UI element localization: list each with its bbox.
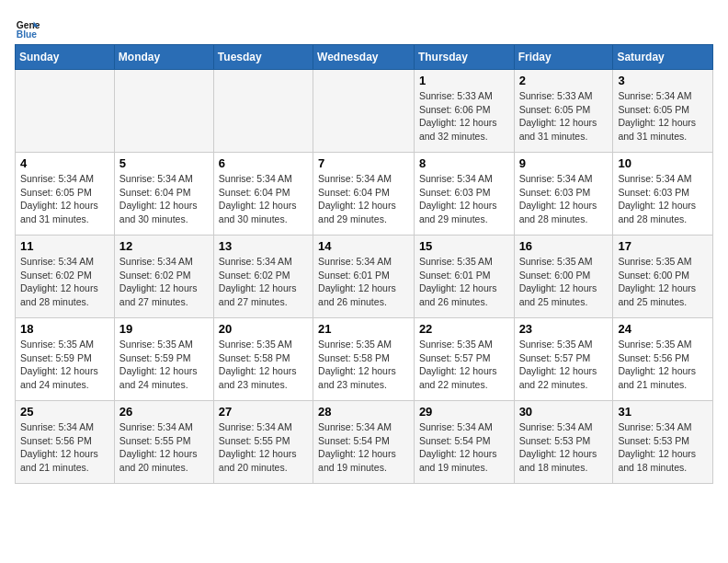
- day-cell: 17Sunrise: 5:35 AM Sunset: 6:00 PM Dayli…: [613, 236, 713, 318]
- logo-icon: General Blue: [15, 15, 40, 40]
- day-info: Sunrise: 5:35 AM Sunset: 5:57 PM Dayligh…: [519, 338, 609, 392]
- day-info: Sunrise: 5:34 AM Sunset: 5:55 PM Dayligh…: [119, 420, 209, 475]
- day-cell: 6Sunrise: 5:34 AM Sunset: 6:04 PM Daylig…: [213, 153, 313, 236]
- day-number: 29: [419, 405, 509, 419]
- day-cell: 3Sunrise: 5:34 AM Sunset: 6:05 PM Daylig…: [613, 70, 713, 153]
- day-info: Sunrise: 5:34 AM Sunset: 5:53 PM Dayligh…: [519, 420, 609, 475]
- day-number: 17: [618, 239, 708, 253]
- weekday-header-row: SundayMondayTuesdayWednesdayThursdayFrid…: [16, 45, 713, 70]
- day-info: Sunrise: 5:35 AM Sunset: 5:58 PM Dayligh…: [318, 338, 409, 392]
- day-info: Sunrise: 5:34 AM Sunset: 5:56 PM Dayligh…: [20, 420, 109, 475]
- weekday-header-sunday: Sunday: [16, 45, 115, 70]
- day-number: 22: [419, 322, 509, 336]
- day-cell: 14Sunrise: 5:34 AM Sunset: 6:01 PM Dayli…: [313, 236, 415, 318]
- day-info: Sunrise: 5:35 AM Sunset: 5:59 PM Dayligh…: [20, 338, 109, 392]
- day-info: Sunrise: 5:35 AM Sunset: 5:59 PM Dayligh…: [119, 338, 209, 392]
- week-row-2: 4Sunrise: 5:34 AM Sunset: 6:05 PM Daylig…: [16, 153, 713, 236]
- day-info: Sunrise: 5:33 AM Sunset: 6:05 PM Dayligh…: [519, 89, 609, 144]
- day-cell: 19Sunrise: 5:35 AM Sunset: 5:59 PM Dayli…: [114, 318, 213, 401]
- day-cell: 8Sunrise: 5:34 AM Sunset: 6:03 PM Daylig…: [414, 153, 514, 236]
- day-cell: 12Sunrise: 5:34 AM Sunset: 6:02 PM Dayli…: [114, 236, 213, 318]
- day-cell: 11Sunrise: 5:34 AM Sunset: 6:02 PM Dayli…: [16, 236, 115, 318]
- week-row-5: 25Sunrise: 5:34 AM Sunset: 5:56 PM Dayli…: [16, 401, 713, 484]
- day-number: 11: [20, 239, 109, 253]
- calendar-table: SundayMondayTuesdayWednesdayThursdayFrid…: [15, 44, 713, 484]
- day-info: Sunrise: 5:34 AM Sunset: 6:03 PM Dayligh…: [519, 172, 609, 226]
- day-number: 18: [20, 322, 109, 336]
- day-number: 25: [20, 405, 109, 419]
- day-number: 7: [318, 156, 409, 170]
- day-number: 16: [519, 239, 609, 253]
- day-cell: 26Sunrise: 5:34 AM Sunset: 5:55 PM Dayli…: [114, 401, 213, 484]
- day-info: Sunrise: 5:35 AM Sunset: 6:00 PM Dayligh…: [519, 255, 609, 309]
- day-number: 31: [618, 405, 708, 419]
- day-number: 27: [219, 405, 308, 419]
- day-number: 5: [119, 156, 209, 170]
- day-number: 4: [20, 156, 109, 170]
- day-number: 8: [419, 156, 509, 170]
- day-number: 3: [618, 74, 708, 87]
- day-number: 14: [318, 239, 409, 253]
- day-cell: 27Sunrise: 5:34 AM Sunset: 5:55 PM Dayli…: [213, 401, 313, 484]
- day-number: 20: [219, 322, 308, 336]
- day-cell: 31Sunrise: 5:34 AM Sunset: 5:53 PM Dayli…: [613, 401, 713, 484]
- day-cell: [313, 70, 415, 153]
- day-cell: 30Sunrise: 5:34 AM Sunset: 5:53 PM Dayli…: [514, 401, 613, 484]
- day-info: Sunrise: 5:34 AM Sunset: 6:04 PM Dayligh…: [119, 172, 209, 226]
- day-cell: 24Sunrise: 5:35 AM Sunset: 5:56 PM Dayli…: [613, 318, 713, 401]
- day-number: 30: [519, 405, 609, 419]
- day-info: Sunrise: 5:35 AM Sunset: 6:01 PM Dayligh…: [419, 255, 509, 309]
- weekday-header-tuesday: Tuesday: [213, 45, 313, 70]
- day-number: 1: [419, 74, 509, 87]
- day-cell: 7Sunrise: 5:34 AM Sunset: 6:04 PM Daylig…: [313, 153, 415, 236]
- day-info: Sunrise: 5:34 AM Sunset: 5:53 PM Dayligh…: [618, 420, 708, 475]
- day-info: Sunrise: 5:35 AM Sunset: 5:56 PM Dayligh…: [618, 338, 708, 392]
- day-cell: [213, 70, 313, 153]
- day-cell: 9Sunrise: 5:34 AM Sunset: 6:03 PM Daylig…: [514, 153, 613, 236]
- page-header: General Blue: [15, 15, 713, 40]
- day-info: Sunrise: 5:34 AM Sunset: 6:02 PM Dayligh…: [219, 255, 308, 309]
- weekday-header-saturday: Saturday: [613, 45, 713, 70]
- day-number: 9: [519, 156, 609, 170]
- day-cell: 18Sunrise: 5:35 AM Sunset: 5:59 PM Dayli…: [16, 318, 115, 401]
- weekday-header-thursday: Thursday: [414, 45, 514, 70]
- day-number: 15: [419, 239, 509, 253]
- day-cell: 25Sunrise: 5:34 AM Sunset: 5:56 PM Dayli…: [16, 401, 115, 484]
- day-cell: 16Sunrise: 5:35 AM Sunset: 6:00 PM Dayli…: [514, 236, 613, 318]
- day-cell: 5Sunrise: 5:34 AM Sunset: 6:04 PM Daylig…: [114, 153, 213, 236]
- day-info: Sunrise: 5:34 AM Sunset: 6:05 PM Dayligh…: [20, 172, 109, 226]
- day-cell: 1Sunrise: 5:33 AM Sunset: 6:06 PM Daylig…: [414, 70, 514, 153]
- day-number: 28: [318, 405, 409, 419]
- day-cell: 21Sunrise: 5:35 AM Sunset: 5:58 PM Dayli…: [313, 318, 415, 401]
- svg-text:Blue: Blue: [17, 29, 38, 40]
- day-info: Sunrise: 5:34 AM Sunset: 5:55 PM Dayligh…: [219, 420, 308, 475]
- day-info: Sunrise: 5:34 AM Sunset: 6:01 PM Dayligh…: [318, 255, 409, 309]
- day-number: 12: [119, 239, 209, 253]
- day-number: 10: [618, 156, 708, 170]
- day-cell: 23Sunrise: 5:35 AM Sunset: 5:57 PM Dayli…: [514, 318, 613, 401]
- day-cell: [16, 70, 115, 153]
- day-number: 26: [119, 405, 209, 419]
- day-info: Sunrise: 5:34 AM Sunset: 6:04 PM Dayligh…: [219, 172, 308, 226]
- week-row-4: 18Sunrise: 5:35 AM Sunset: 5:59 PM Dayli…: [16, 318, 713, 401]
- day-cell: 13Sunrise: 5:34 AM Sunset: 6:02 PM Dayli…: [213, 236, 313, 318]
- week-row-3: 11Sunrise: 5:34 AM Sunset: 6:02 PM Dayli…: [16, 236, 713, 318]
- weekday-header-friday: Friday: [514, 45, 613, 70]
- day-number: 24: [618, 322, 708, 336]
- day-info: Sunrise: 5:34 AM Sunset: 6:03 PM Dayligh…: [419, 172, 509, 226]
- day-cell: 29Sunrise: 5:34 AM Sunset: 5:54 PM Dayli…: [414, 401, 514, 484]
- day-number: 19: [119, 322, 209, 336]
- day-number: 2: [519, 74, 609, 87]
- day-cell: 28Sunrise: 5:34 AM Sunset: 5:54 PM Dayli…: [313, 401, 415, 484]
- day-cell: 2Sunrise: 5:33 AM Sunset: 6:05 PM Daylig…: [514, 70, 613, 153]
- day-number: 6: [219, 156, 308, 170]
- day-cell: 22Sunrise: 5:35 AM Sunset: 5:57 PM Dayli…: [414, 318, 514, 401]
- day-info: Sunrise: 5:34 AM Sunset: 5:54 PM Dayligh…: [318, 420, 409, 475]
- day-info: Sunrise: 5:35 AM Sunset: 6:00 PM Dayligh…: [618, 255, 708, 309]
- week-row-1: 1Sunrise: 5:33 AM Sunset: 6:06 PM Daylig…: [16, 70, 713, 153]
- day-info: Sunrise: 5:34 AM Sunset: 6:04 PM Dayligh…: [318, 172, 409, 226]
- day-info: Sunrise: 5:33 AM Sunset: 6:06 PM Dayligh…: [419, 89, 509, 144]
- day-info: Sunrise: 5:35 AM Sunset: 5:57 PM Dayligh…: [419, 338, 509, 392]
- day-cell: 20Sunrise: 5:35 AM Sunset: 5:58 PM Dayli…: [213, 318, 313, 401]
- day-number: 13: [219, 239, 308, 253]
